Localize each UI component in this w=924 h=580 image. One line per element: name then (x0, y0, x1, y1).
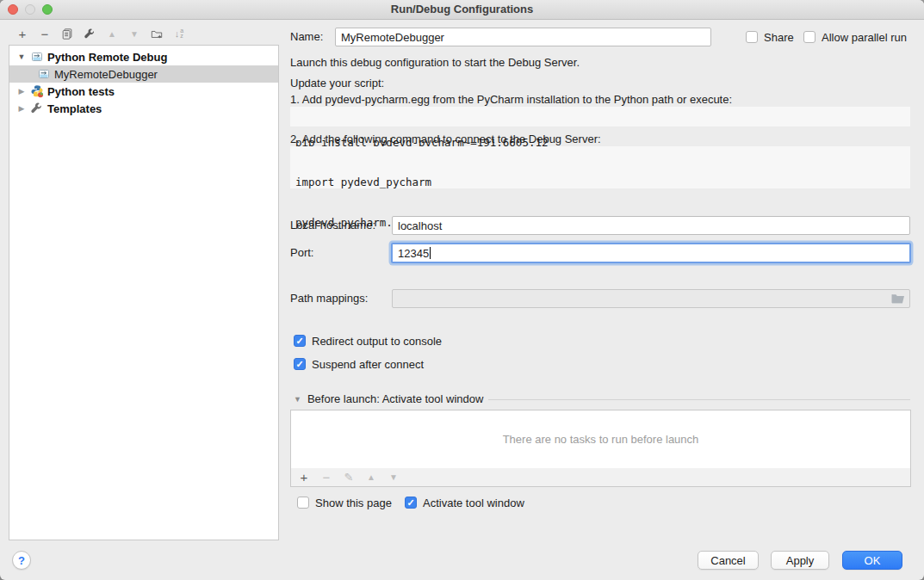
collapsed-arrow-icon[interactable]: ▶ (16, 104, 27, 113)
allow-parallel-option: Allow parallel run (803, 30, 907, 44)
name-label: Name: (290, 28, 323, 46)
remote-debug-config-icon (37, 67, 51, 81)
tree-item-python-remote-debug[interactable]: ▼ Python Remote Debug (9, 48, 278, 65)
update-script-text: Update your script: (290, 77, 384, 90)
copy-icon (61, 28, 73, 40)
text-caret (430, 247, 431, 259)
tree-item-label: Python tests (47, 85, 115, 98)
browse-folder-icon[interactable] (891, 293, 905, 307)
suspend-after-connect-label: Suspend after connect (312, 358, 424, 371)
allow-parallel-run-checkbox[interactable] (803, 31, 815, 43)
templates-wrench-icon (30, 102, 44, 115)
show-this-page-checkbox[interactable] (297, 497, 309, 509)
remove-configuration-button[interactable]: − (39, 27, 51, 40)
move-task-down-button: ▼ (388, 472, 400, 484)
cancel-button[interactable]: Cancel (698, 551, 759, 570)
activate-tool-window-option: ✓ Activate tool window (405, 496, 524, 509)
section-divider (488, 399, 910, 400)
local-host-name-input[interactable] (392, 216, 910, 235)
apply-button[interactable]: Apply (771, 551, 829, 570)
sort-configurations-button: ↓ az (173, 27, 185, 40)
share-option: Share (746, 30, 794, 44)
redirect-output-label: Redirect output to console (312, 335, 442, 348)
show-this-page-label: Show this page (315, 497, 392, 509)
wrench-icon (84, 28, 96, 40)
question-mark-icon: ? (18, 554, 25, 567)
local-host-name-label: Local host name: (290, 216, 375, 235)
intro-text: Launch this debug configuration to start… (290, 56, 580, 70)
titlebar: Run/Debug Configurations (0, 0, 924, 20)
run-debug-configurations-dialog: Run/Debug Configurations + − ▲ ▼ (0, 0, 924, 580)
port-value: 12345 (398, 247, 429, 260)
create-folder-button[interactable] (151, 27, 163, 40)
redirect-output-checkbox[interactable]: ✓ (294, 335, 306, 347)
suspend-after-connect-checkbox[interactable]: ✓ (294, 358, 306, 370)
before-launch-header[interactable]: ▼ Before launch: Activate tool window (294, 392, 483, 405)
allow-parallel-run-label: Allow parallel run (822, 31, 907, 44)
tree-item-label: Python Remote Debug (47, 51, 167, 64)
tree-item-templates[interactable]: ▶ Templates (9, 100, 278, 117)
empty-tasks-text: There are no tasks to run before launch (503, 433, 699, 446)
path-mappings-label: Path mappings: (290, 289, 368, 308)
show-this-page-option: Show this page (297, 496, 392, 509)
suspend-after-connect-option: ✓ Suspend after connect (294, 357, 424, 371)
redirect-output-option: ✓ Redirect output to console (294, 334, 442, 348)
step1-text: 1. Add pydevd-pycharm.egg from the PyCha… (290, 93, 732, 107)
configurations-toolbar: + − ▲ ▼ ↓ az (16, 27, 185, 40)
share-checkbox[interactable] (746, 31, 758, 43)
help-button[interactable]: ? (12, 551, 31, 570)
tree-item-label: Templates (47, 102, 102, 115)
path-mappings-input[interactable] (392, 289, 910, 308)
add-folder-icon (151, 28, 163, 40)
move-up-button: ▲ (106, 27, 118, 40)
window-title: Run/Debug Configurations (0, 0, 924, 19)
tree-item-myremotedebugger[interactable]: MyRemoteDebugger (9, 65, 278, 83)
sort-az-icon: ↓ az (175, 28, 183, 39)
add-task-button[interactable]: + (298, 472, 310, 484)
share-label: Share (764, 31, 794, 44)
section-expanded-arrow-icon[interactable]: ▼ (294, 395, 301, 404)
add-configuration-button[interactable]: + (16, 27, 28, 40)
move-task-up-button: ▲ (365, 472, 377, 484)
port-input[interactable]: 12345 (391, 243, 911, 263)
collapsed-arrow-icon[interactable]: ▶ (16, 87, 27, 96)
pip-install-code: pip install pydevd-pycharm~=191.6605.12 (290, 107, 910, 126)
before-launch-task-list[interactable]: There are no tasks to run before launch (290, 410, 911, 469)
copy-configuration-button[interactable] (61, 27, 73, 40)
remote-debug-config-icon (30, 50, 44, 64)
edit-defaults-button[interactable] (84, 27, 96, 40)
ok-button[interactable]: OK (842, 551, 902, 570)
step2-text: 2. Add the following command to connect … (290, 133, 601, 146)
tree-item-python-tests[interactable]: ▶ Python tests (9, 83, 278, 100)
python-tests-icon (30, 84, 44, 98)
tree-item-label: MyRemoteDebugger (54, 68, 158, 81)
tasks-toolbar: + − ✎ ▲ ▼ (290, 468, 911, 487)
activate-tool-window-label: Activate tool window (423, 497, 524, 509)
before-launch-title: Before launch: Activate tool window (307, 392, 484, 405)
port-label: Port: (290, 244, 313, 262)
remove-task-button: − (320, 472, 332, 484)
name-input[interactable] (335, 28, 711, 46)
settrace-code: import pydevd_pycharm pydevd_pycharm.set… (290, 146, 910, 188)
expanded-arrow-icon[interactable]: ▼ (16, 52, 27, 61)
configurations-tree: ▼ Python Remote Debug MyRemoteDebugger (9, 45, 279, 540)
edit-task-pencil-icon: ✎ (343, 472, 355, 484)
move-down-button: ▼ (128, 27, 140, 40)
activate-tool-window-checkbox[interactable]: ✓ (405, 497, 417, 509)
